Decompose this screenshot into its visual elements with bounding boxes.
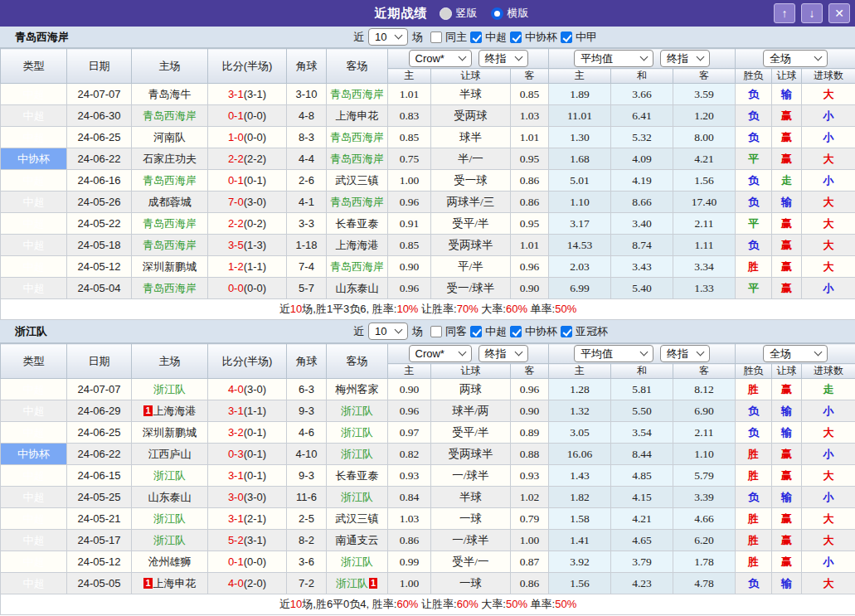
score-cell[interactable]: 3-5(1-3) xyxy=(208,235,287,256)
score-cell[interactable]: 0-1(0-0) xyxy=(208,105,287,127)
checkbox-中超[interactable]: 中超 xyxy=(470,324,507,339)
score-cell[interactable]: 3-1(2-1) xyxy=(208,508,287,530)
checkbox-box[interactable] xyxy=(470,32,482,43)
average-select[interactable]: 平均值 xyxy=(574,345,653,362)
team-name[interactable]: 河南队 xyxy=(153,131,186,143)
checkbox-中甲[interactable]: 中甲 xyxy=(561,30,597,45)
checkbox-同主[interactable]: 同主 xyxy=(430,30,467,45)
away-team-cell: 浙江队 xyxy=(327,487,388,508)
radio-circle[interactable] xyxy=(491,7,503,20)
score-cell[interactable]: 3-1(1-1) xyxy=(208,400,287,422)
team-name[interactable]: 上海申花 xyxy=(153,577,197,589)
team-name[interactable]: 青岛西海岸 xyxy=(143,174,197,187)
team-name[interactable]: 梅州客家 xyxy=(336,383,379,395)
score-cell[interactable]: 1-2(1-1) xyxy=(208,256,287,278)
team-name[interactable]: 青岛西海岸 xyxy=(330,131,384,143)
checkbox-中超[interactable]: 中超 xyxy=(470,30,507,45)
score-cell[interactable]: 4-0(2-0) xyxy=(208,573,287,594)
team-name[interactable]: 青岛西海岸 xyxy=(143,239,197,251)
team-name[interactable]: 沧州雄狮 xyxy=(148,555,192,568)
match-count-select[interactable]: 10 xyxy=(368,323,408,340)
odds-stage-select[interactable]: 终指 xyxy=(479,50,528,67)
summary-segment: 50% xyxy=(555,598,576,610)
checkbox-box[interactable] xyxy=(510,326,522,337)
checkbox-box[interactable] xyxy=(430,326,442,337)
team-name[interactable]: 山东泰山 xyxy=(148,491,192,503)
team-name[interactable]: 青岛西海岸 xyxy=(330,196,384,208)
team-name[interactable]: 青岛西海岸 xyxy=(330,88,384,100)
checkbox-中协杯[interactable]: 中协杯 xyxy=(510,30,557,45)
team-name[interactable]: 浙江队 xyxy=(336,577,368,589)
team-name[interactable]: 浙江队 xyxy=(341,491,373,503)
team-name[interactable]: 深圳新鹏城 xyxy=(143,260,197,273)
score-cell[interactable]: 1-0(0-0) xyxy=(208,127,287,148)
move-up-button[interactable]: ↑ xyxy=(774,3,795,23)
team-name[interactable]: 浙江队 xyxy=(341,448,373,460)
score-cell[interactable]: 0-3(0-1) xyxy=(208,444,287,465)
score-cell[interactable]: 0-0(0-0) xyxy=(208,278,287,299)
layout-radio-竖版[interactable]: 竖版 xyxy=(440,6,478,21)
score-cell[interactable]: 2-2(0-2) xyxy=(208,213,287,235)
team-name[interactable]: 石家庄功夫 xyxy=(143,153,197,165)
team-name[interactable]: 上海申花 xyxy=(336,109,379,122)
team-name[interactable]: 浙江队 xyxy=(153,469,186,482)
checkbox-同客[interactable]: 同客 xyxy=(430,324,467,339)
team-name[interactable]: 浙江队 xyxy=(153,383,186,395)
team-name[interactable]: 山东泰山 xyxy=(336,282,379,294)
score-cell[interactable]: 3-1(0-1) xyxy=(208,465,287,487)
period-select[interactable]: 全场 xyxy=(763,50,828,67)
move-down-button[interactable]: ↓ xyxy=(801,3,823,23)
team-name[interactable]: 青岛西海岸 xyxy=(143,217,197,230)
team-name[interactable]: 上海海港 xyxy=(153,405,197,417)
team-name[interactable]: 长春亚泰 xyxy=(336,469,379,482)
checkbox-亚冠杯[interactable]: 亚冠杯 xyxy=(561,324,608,339)
period-select[interactable]: 全场 xyxy=(763,345,828,362)
team-name[interactable]: 武汉三镇 xyxy=(336,512,379,525)
checkbox-box[interactable] xyxy=(430,32,442,43)
score-cell[interactable]: 0-1(0-0) xyxy=(208,551,287,573)
close-button[interactable]: ✕ xyxy=(828,3,850,23)
score-cell[interactable]: 3-0(3-0) xyxy=(208,487,287,508)
match-count-select[interactable]: 10 xyxy=(368,28,408,46)
checkbox-中协杯[interactable]: 中协杯 xyxy=(510,324,557,339)
team-name[interactable]: 青岛海牛 xyxy=(148,88,192,100)
bookmaker-select[interactable]: Crow* xyxy=(409,345,472,362)
checkbox-box[interactable] xyxy=(561,326,572,337)
team-name[interactable]: 深圳新鹏城 xyxy=(143,426,197,439)
team-name[interactable]: 上海海港 xyxy=(336,239,379,251)
average-stage-select[interactable]: 终指 xyxy=(660,345,710,362)
score-cell[interactable]: 3-1(3-1) xyxy=(208,84,287,105)
checkbox-box[interactable] xyxy=(510,32,522,43)
team-name[interactable]: 武汉三镇 xyxy=(336,174,379,187)
radio-circle[interactable] xyxy=(440,7,452,20)
score-cell[interactable]: 4-0(3-0) xyxy=(208,379,287,400)
score-cell[interactable]: 3-2(0-1) xyxy=(208,422,287,444)
score-cell[interactable]: 2-2(2-2) xyxy=(208,148,287,170)
layout-radio-横版[interactable]: 横版 xyxy=(491,6,529,21)
score-cell[interactable]: 5-2(3-1) xyxy=(208,530,287,551)
team-name[interactable]: 青岛西海岸 xyxy=(330,260,384,273)
team-name[interactable]: 青岛西海岸 xyxy=(143,282,197,294)
team-name[interactable]: 浙江队 xyxy=(153,512,186,525)
team-name[interactable]: 成都蓉城 xyxy=(148,196,192,208)
team-name[interactable]: 青岛西海岸 xyxy=(330,153,384,165)
avg-draw-cell: 5.40 xyxy=(611,278,673,299)
team-name[interactable]: 浙江队 xyxy=(341,426,373,439)
average-stage-select[interactable]: 终指 xyxy=(660,50,710,67)
team-name[interactable]: 长春亚泰 xyxy=(336,217,379,230)
team-name[interactable]: 南通支云 xyxy=(336,534,379,546)
team-name[interactable]: 江西庐山 xyxy=(148,448,192,460)
team-name[interactable]: 浙江队 xyxy=(153,534,186,546)
score-cell[interactable]: 7-0(3-0) xyxy=(208,192,287,213)
odds-stage-select[interactable]: 终指 xyxy=(479,345,528,362)
average-select[interactable]: 平均值 xyxy=(574,50,653,67)
away-team-cell: 浙江队1 xyxy=(327,573,388,594)
team-name[interactable]: 浙江队 xyxy=(341,405,373,417)
team-name[interactable]: 浙江队 xyxy=(341,555,373,568)
checkbox-box[interactable] xyxy=(470,326,482,337)
team-name[interactable]: 青岛西海岸 xyxy=(143,109,197,122)
score-cell[interactable]: 0-1(0-1) xyxy=(208,170,287,192)
halftime-score: (0-0) xyxy=(244,282,266,294)
bookmaker-select[interactable]: Crow* xyxy=(409,50,472,67)
checkbox-box[interactable] xyxy=(561,32,572,43)
